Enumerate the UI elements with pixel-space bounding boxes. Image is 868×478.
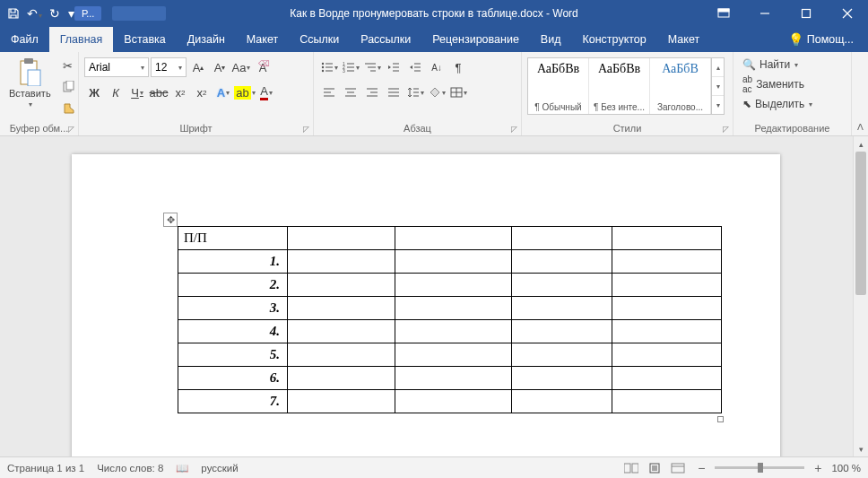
collapse-ribbon-button[interactable]: ᐱ [852,52,868,135]
shading-button[interactable]: ▾ [427,83,447,102]
font-dialog-launcher[interactable]: ◸ [303,125,309,134]
zoom-level[interactable]: 100 % [831,463,861,474]
borders-button[interactable]: ▾ [448,83,468,102]
table-cell[interactable] [288,320,395,343]
scroll-thumb[interactable] [855,152,866,295]
table-cell[interactable] [288,250,395,274]
styles-dialog-launcher[interactable]: ◸ [723,125,729,134]
user-badge[interactable]: Р... [74,6,101,21]
paste-button[interactable]: Вставить ▾ [5,56,55,110]
styles-expand[interactable]: ▾ [712,96,724,114]
tab-view[interactable]: Вид [530,27,572,52]
scroll-up-button[interactable]: ▴ [854,136,868,152]
table-cell[interactable] [288,297,395,320]
copy-button[interactable] [58,77,78,97]
table-cell[interactable] [512,274,612,297]
table-cell[interactable] [612,274,722,297]
scroll-down-button[interactable]: ▾ [854,441,868,456]
format-painter-button[interactable] [58,99,78,118]
underline-button[interactable]: Ч▾ [127,83,147,102]
table-cell[interactable] [288,227,395,250]
table-resize-handle[interactable] [717,416,724,422]
zoom-in-button[interactable]: + [812,461,824,475]
table-cell[interactable] [612,250,722,274]
table-cell[interactable] [395,297,512,320]
minimize-button[interactable] [744,0,786,27]
justify-button[interactable] [384,83,404,102]
table-cell[interactable] [612,367,722,390]
tab-mailings[interactable]: Рассылки [350,27,421,52]
table-move-handle[interactable]: ✥ [163,213,178,227]
table-cell[interactable] [612,320,722,343]
user-name-area[interactable] [112,6,166,21]
table-cell[interactable] [612,343,722,367]
close-button[interactable] [827,0,868,27]
undo-icon[interactable]: ↶▾ [27,6,42,21]
tab-table-design[interactable]: Конструктор [571,27,656,52]
table-cell[interactable] [288,343,395,367]
numbering-button[interactable]: 123▾ [341,57,360,77]
table-cell[interactable] [512,343,612,367]
maximize-button[interactable] [786,0,827,27]
table-cell[interactable] [288,274,395,297]
page-indicator[interactable]: Страница 1 из 1 [7,463,84,474]
multilevel-list-button[interactable]: ▾ [362,57,382,77]
text-effects-button[interactable]: A▾ [213,83,233,102]
table-header-cell[interactable]: П/П [178,227,288,250]
table-cell[interactable] [512,390,612,413]
ribbon-display-options-icon[interactable] [703,0,744,27]
strikethrough-button[interactable]: abc [149,83,169,102]
superscript-button[interactable]: x2 [192,83,212,102]
tell-me[interactable]: 💡Помощ... [777,27,868,52]
bold-button[interactable]: Ж [84,83,104,102]
zoom-slider[interactable] [715,466,804,469]
table-cell[interactable] [288,390,395,413]
styles-gallery[interactable]: АаБбВв ¶ Обычный АаБбВв ¶ Без инте... Аа… [527,57,725,115]
table-cell[interactable]: 2. [178,274,288,297]
save-icon[interactable] [7,7,20,20]
font-color-button[interactable]: A▾ [256,83,276,102]
document-table[interactable]: П/П 1. 2. 3. 4. 5. 6. 7. [178,226,722,413]
styles-scroll-up[interactable]: ▴ [712,58,724,77]
highlight-button[interactable]: ab▾ [235,83,255,102]
paragraph-dialog-launcher[interactable]: ◸ [511,125,517,134]
align-left-button[interactable] [319,83,339,102]
change-case-button[interactable]: Aa▾ [231,57,251,77]
line-spacing-button[interactable]: ▾ [405,83,425,102]
read-mode-button[interactable] [621,460,641,476]
table-cell[interactable] [512,367,612,390]
clipboard-dialog-launcher[interactable]: ◸ [68,125,74,134]
table-cell[interactable] [612,390,722,413]
tab-design[interactable]: Дизайн [177,27,236,52]
clear-formatting-button[interactable]: A⌫ [253,57,273,77]
italic-button[interactable]: К [106,83,126,102]
table-cell[interactable] [612,227,722,250]
spellcheck-icon[interactable]: 📖 [176,462,188,474]
tab-home[interactable]: Главная [49,27,114,52]
bullets-button[interactable]: ▾ [319,57,339,77]
style-heading1[interactable]: АаБбВ Заголово... [650,58,711,114]
find-button[interactable]: 🔍Найти▾ [739,57,802,72]
table-cell[interactable]: 1. [178,250,288,274]
table-cell[interactable]: 7. [178,390,288,413]
cut-button[interactable]: ✂ [58,56,78,75]
grow-font-button[interactable]: A▴ [188,57,208,77]
tab-file[interactable]: Файл [0,27,49,52]
web-layout-button[interactable] [668,460,688,476]
subscript-button[interactable]: x2 [170,83,190,102]
print-layout-button[interactable] [648,463,661,474]
tab-layout[interactable]: Макет [236,27,289,52]
table-cell[interactable]: 6. [178,367,288,390]
redo-icon[interactable]: ↻ [49,6,60,21]
table-cell[interactable] [395,227,512,250]
decrease-indent-button[interactable] [384,57,404,77]
increase-indent-button[interactable] [405,57,425,77]
replace-button[interactable]: abacЗаменить [739,74,808,95]
table-cell[interactable] [395,274,512,297]
shrink-font-button[interactable]: A▾ [210,57,230,77]
tab-references[interactable]: Ссылки [289,27,350,52]
style-normal[interactable]: АаБбВв ¶ Обычный [528,58,589,114]
vertical-scrollbar[interactable]: ▴ ▾ [853,136,868,456]
table-cell[interactable] [395,343,512,367]
table-cell[interactable] [612,297,722,320]
